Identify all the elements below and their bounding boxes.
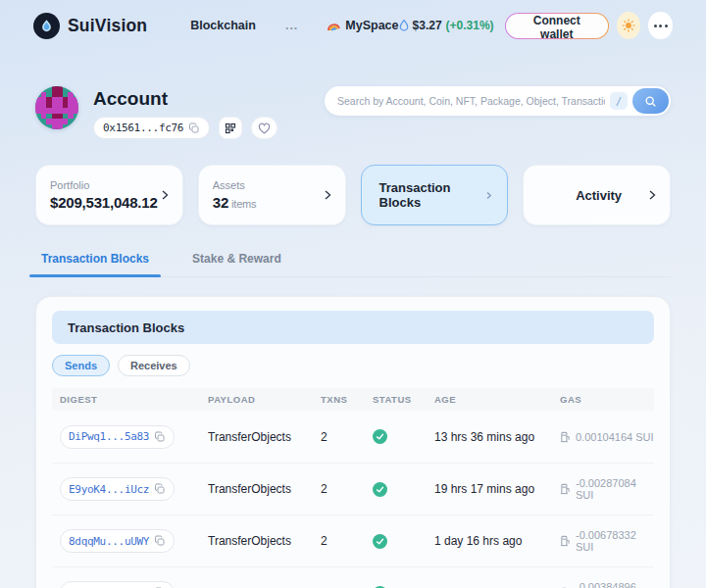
qr-code-icon <box>225 122 236 134</box>
gas-pump-icon <box>560 483 571 495</box>
brand[interactable]: SuiVision <box>33 13 147 39</box>
portfolio-label: Portfolio <box>50 179 169 191</box>
tab-stake-reward[interactable]: Stake & Reward <box>186 248 287 276</box>
portfolio-value: $209,531,048.12 <box>50 194 169 211</box>
sui-price: $3.27 (+0.31%) <box>399 19 494 32</box>
assets-card[interactable]: Assets 32items <box>198 165 346 225</box>
overflow-menu-button[interactable] <box>648 12 673 39</box>
nav-right: $3.27 (+0.31%) Connect wallet <box>399 12 673 39</box>
gas-pump-icon <box>560 431 571 443</box>
table-body: DiPwq1...5a83 TransferObjects 2 13 hrs 3… <box>52 411 654 588</box>
col-txns: TXNS <box>317 394 369 405</box>
theme-toggle-button[interactable] <box>617 12 641 39</box>
copy-address-icon[interactable] <box>188 122 200 134</box>
transaction-blocks-panel: Transaction Blocks Sends Receives DIGEST… <box>35 296 671 588</box>
col-payload: PAYLOAD <box>204 394 317 405</box>
copy-digest-icon[interactable] <box>154 431 166 443</box>
age-value: 13 hrs 36 mins ago <box>430 430 556 444</box>
assets-label: Assets <box>213 179 331 191</box>
col-status: STATUS <box>369 394 430 405</box>
payload-value: TransferObjects <box>204 430 317 444</box>
success-status-icon <box>373 534 387 549</box>
chevron-right-icon <box>484 191 493 200</box>
favorite-button[interactable] <box>251 117 277 139</box>
account-address-pill[interactable]: 0x1561...fc76 <box>93 117 210 139</box>
summary-cards: Portfolio $209,531,048.12 Assets 32items… <box>35 165 671 225</box>
account-header: Account 0x1561...fc76 <box>35 86 671 143</box>
copy-digest-icon[interactable] <box>154 483 166 495</box>
sun-icon <box>622 19 635 32</box>
gas-value: -0.00287084 SUI <box>576 477 654 501</box>
nav-item-more[interactable]: ... <box>285 19 298 32</box>
col-gas: GAS <box>556 394 654 405</box>
nav-links: Blockchain ... MySpace <box>190 19 398 32</box>
assets-value: 32items <box>213 194 331 211</box>
transactions-table: DIGEST PAYLOAD TXNS STATUS AGE GAS DiPwq… <box>52 388 654 588</box>
chevron-right-icon <box>646 189 658 201</box>
table-row: DiPwq1...5a83 TransferObjects 2 13 hrs 3… <box>52 411 654 463</box>
qr-code-button[interactable] <box>219 117 242 139</box>
sui-price-change: (+0.31%) <box>446 19 494 32</box>
search-icon <box>644 95 657 108</box>
search-button[interactable] <box>632 88 669 114</box>
rainbow-icon <box>328 20 340 31</box>
connect-wallet-button[interactable]: Connect wallet <box>505 13 609 39</box>
digest-value: DiPwq1...5a83 <box>69 430 149 443</box>
account-address: 0x1561...fc76 <box>103 122 183 134</box>
page: SuiVision Blockchain ... MySpace $3.27 (… <box>0 0 706 588</box>
table-header: DIGEST PAYLOAD TXNS STATUS AGE GAS <box>52 388 654 411</box>
success-status-icon <box>373 482 387 497</box>
col-age: AGE <box>430 394 556 405</box>
age-value: 1 day 16 hrs ago <box>430 534 556 548</box>
brand-name: SuiVision <box>68 16 147 36</box>
success-status-icon <box>373 429 387 444</box>
transaction-blocks-card[interactable]: Transaction Blocks <box>361 165 509 225</box>
activity-card[interactable]: Activity <box>523 165 671 225</box>
filter-receives[interactable]: Receives <box>118 355 190 376</box>
ellipsis-icon <box>654 24 668 27</box>
table-row: 8dqqMu...uUWY TransferObjects 2 1 day 16… <box>52 514 654 566</box>
txns-value: 2 <box>317 482 369 496</box>
digest-link[interactable]: DiPwq1...5a83 <box>60 425 175 449</box>
payload-value: TransferObjects <box>204 482 317 496</box>
search-input[interactable] <box>337 95 605 107</box>
chevron-right-icon <box>159 189 171 201</box>
digest-link[interactable]: 8dqqMu...uUWY <box>60 529 175 553</box>
gas-pump-icon <box>560 535 571 547</box>
copy-digest-icon[interactable] <box>154 535 166 547</box>
tab-transaction-blocks[interactable]: Transaction Blocks <box>35 248 155 276</box>
gas-value: -0.00384896 SUI <box>576 581 654 588</box>
txns-value: 2 <box>317 534 369 548</box>
col-digest: DIGEST <box>56 394 204 405</box>
portfolio-card[interactable]: Portfolio $209,531,048.12 <box>35 165 183 225</box>
page-title: Account <box>93 89 277 108</box>
transaction-blocks-card-label: Transaction Blocks <box>379 180 478 210</box>
search-bar: / <box>325 86 671 116</box>
nav-item-blockchain[interactable]: Blockchain <box>190 19 256 32</box>
gas-value: -0.00678332 SUI <box>576 529 654 553</box>
nav-item-myspace[interactable]: MySpace <box>328 19 398 32</box>
account-avatar <box>35 86 78 129</box>
nav-item-myspace-label: MySpace <box>345 19 398 32</box>
chevron-right-icon <box>322 189 333 201</box>
filter-sends[interactable]: Sends <box>52 355 110 376</box>
address-row: 0x1561...fc76 <box>93 117 277 139</box>
digest-link[interactable]: G3r9Y8...rAhP <box>60 581 175 588</box>
payload-value: TransferObjects <box>204 534 317 548</box>
age-value: 19 hrs 17 mins ago <box>430 482 556 496</box>
assets-unit: items <box>231 198 256 210</box>
gas-value: 0.00104164 SUI <box>576 431 654 443</box>
sui-droplet-icon <box>399 20 409 31</box>
digest-value: E9yoK4...iUcz <box>69 483 149 496</box>
digest-link[interactable]: E9yoK4...iUcz <box>60 477 175 501</box>
section-tabs: Transaction Blocks Stake & Reward <box>35 248 671 277</box>
heart-icon <box>258 122 271 134</box>
activity-card-label: Activity <box>576 188 622 203</box>
panel-title: Transaction Blocks <box>52 311 654 344</box>
txns-value: 2 <box>317 430 369 444</box>
suivision-logo-icon <box>33 13 60 39</box>
sui-price-value: $3.27 <box>413 19 442 32</box>
table-row: G3r9Y8...rAhP TransferObjects 2 2 days 6… <box>52 566 654 588</box>
direction-filters: Sends Receives <box>52 355 654 376</box>
search-shortcut-hint: / <box>610 92 628 110</box>
